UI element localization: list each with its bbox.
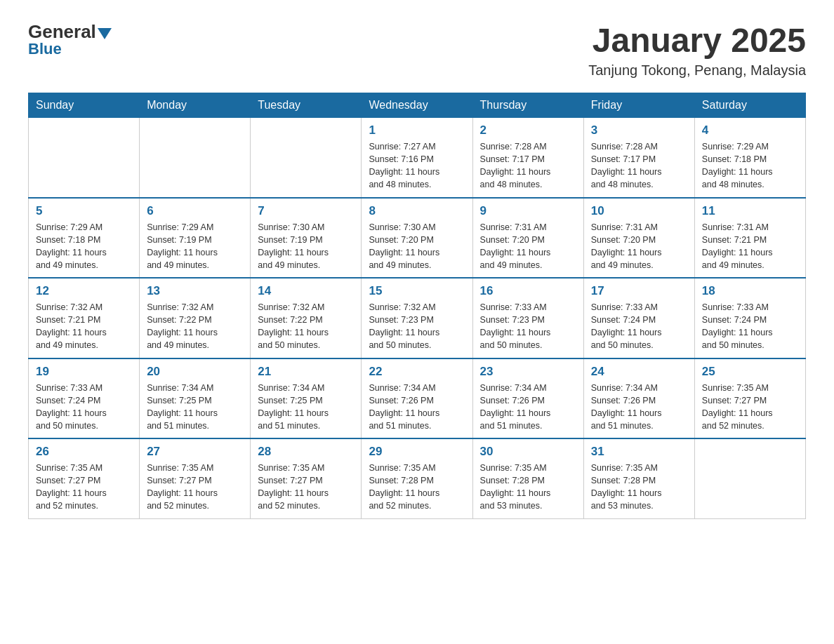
calendar-cell [251, 118, 362, 198]
calendar-cell: 9Sunrise: 7:31 AMSunset: 7:20 PMDaylight… [472, 198, 583, 279]
calendar-cell: 1Sunrise: 7:27 AMSunset: 7:16 PMDaylight… [362, 118, 472, 198]
day-info: Sunrise: 7:31 AMSunset: 7:20 PMDaylight:… [480, 221, 576, 272]
calendar-week-2: 5Sunrise: 7:29 AMSunset: 7:18 PMDaylight… [29, 198, 806, 279]
weekday-header-friday: Friday [583, 93, 694, 118]
day-info: Sunrise: 7:33 AMSunset: 7:24 PMDaylight:… [702, 301, 798, 352]
day-info: Sunrise: 7:33 AMSunset: 7:23 PMDaylight:… [480, 301, 576, 352]
day-info: Sunrise: 7:29 AMSunset: 7:18 PMDaylight:… [36, 221, 132, 272]
calendar-cell: 15Sunrise: 7:32 AMSunset: 7:23 PMDayligh… [362, 278, 472, 358]
weekday-header-row: SundayMondayTuesdayWednesdayThursdayFrid… [29, 93, 806, 118]
calendar-cell: 2Sunrise: 7:28 AMSunset: 7:17 PMDaylight… [472, 118, 583, 198]
calendar-cell: 21Sunrise: 7:34 AMSunset: 7:25 PMDayligh… [251, 358, 362, 439]
day-number: 9 [480, 204, 576, 218]
weekday-header-wednesday: Wednesday [362, 93, 472, 118]
calendar-cell: 5Sunrise: 7:29 AMSunset: 7:18 PMDaylight… [29, 198, 140, 279]
day-number: 15 [369, 284, 465, 298]
calendar-cell: 31Sunrise: 7:35 AMSunset: 7:28 PMDayligh… [583, 438, 694, 518]
calendar-cell: 27Sunrise: 7:35 AMSunset: 7:27 PMDayligh… [140, 438, 251, 518]
calendar-cell: 17Sunrise: 7:33 AMSunset: 7:24 PMDayligh… [583, 278, 694, 358]
day-number: 16 [480, 284, 576, 298]
day-info: Sunrise: 7:35 AMSunset: 7:28 PMDaylight:… [369, 462, 465, 513]
day-info: Sunrise: 7:32 AMSunset: 7:21 PMDaylight:… [36, 301, 132, 352]
day-info: Sunrise: 7:32 AMSunset: 7:22 PMDaylight:… [147, 301, 243, 352]
title-section: January 2025 Tanjung Tokong, Penang, Mal… [588, 21, 806, 79]
day-info: Sunrise: 7:34 AMSunset: 7:26 PMDaylight:… [369, 382, 465, 433]
day-number: 5 [36, 204, 132, 218]
day-number: 12 [36, 284, 132, 298]
day-number: 18 [702, 284, 798, 298]
day-number: 20 [147, 365, 243, 379]
day-info: Sunrise: 7:27 AMSunset: 7:16 PMDaylight:… [369, 140, 465, 192]
day-number: 21 [258, 365, 354, 379]
calendar-header: SundayMondayTuesdayWednesdayThursdayFrid… [29, 93, 806, 118]
weekday-header-saturday: Saturday [694, 93, 805, 118]
logo-arrow-icon [98, 28, 112, 39]
calendar-cell [140, 118, 251, 198]
day-info: Sunrise: 7:35 AMSunset: 7:27 PMDaylight:… [258, 462, 354, 513]
calendar-cell: 3Sunrise: 7:28 AMSunset: 7:17 PMDaylight… [583, 118, 694, 198]
calendar-week-1: 1Sunrise: 7:27 AMSunset: 7:16 PMDaylight… [29, 118, 806, 198]
day-info: Sunrise: 7:33 AMSunset: 7:24 PMDaylight:… [36, 382, 132, 433]
day-info: Sunrise: 7:35 AMSunset: 7:27 PMDaylight:… [702, 382, 798, 433]
calendar-table: SundayMondayTuesdayWednesdayThursdayFrid… [28, 93, 806, 519]
day-info: Sunrise: 7:32 AMSunset: 7:22 PMDaylight:… [258, 301, 354, 352]
location: Tanjung Tokong, Penang, Malaysia [588, 62, 806, 79]
calendar-cell: 20Sunrise: 7:34 AMSunset: 7:25 PMDayligh… [140, 358, 251, 439]
day-number: 11 [702, 204, 798, 218]
day-number: 24 [591, 365, 687, 379]
calendar-cell: 8Sunrise: 7:30 AMSunset: 7:20 PMDaylight… [362, 198, 472, 279]
day-number: 7 [258, 204, 354, 218]
day-info: Sunrise: 7:34 AMSunset: 7:26 PMDaylight:… [480, 382, 576, 433]
calendar-cell: 12Sunrise: 7:32 AMSunset: 7:21 PMDayligh… [29, 278, 140, 358]
day-info: Sunrise: 7:34 AMSunset: 7:26 PMDaylight:… [591, 382, 687, 433]
logo-blue: Blue [28, 40, 62, 58]
day-number: 1 [369, 123, 465, 137]
day-info: Sunrise: 7:29 AMSunset: 7:18 PMDaylight:… [702, 140, 798, 192]
logo: General Blue [28, 21, 112, 58]
day-number: 27 [147, 445, 243, 459]
calendar-cell: 16Sunrise: 7:33 AMSunset: 7:23 PMDayligh… [472, 278, 583, 358]
day-info: Sunrise: 7:35 AMSunset: 7:27 PMDaylight:… [36, 462, 132, 513]
day-number: 8 [369, 204, 465, 218]
day-number: 6 [147, 204, 243, 218]
day-info: Sunrise: 7:29 AMSunset: 7:19 PMDaylight:… [147, 221, 243, 272]
day-number: 10 [591, 204, 687, 218]
weekday-header-tuesday: Tuesday [251, 93, 362, 118]
day-number: 23 [480, 365, 576, 379]
day-info: Sunrise: 7:30 AMSunset: 7:20 PMDaylight:… [369, 221, 465, 272]
day-number: 17 [591, 284, 687, 298]
day-number: 13 [147, 284, 243, 298]
calendar-cell: 18Sunrise: 7:33 AMSunset: 7:24 PMDayligh… [694, 278, 805, 358]
calendar-week-5: 26Sunrise: 7:35 AMSunset: 7:27 PMDayligh… [29, 438, 806, 518]
day-info: Sunrise: 7:30 AMSunset: 7:19 PMDaylight:… [258, 221, 354, 272]
day-info: Sunrise: 7:34 AMSunset: 7:25 PMDaylight:… [147, 382, 243, 433]
calendar-cell [29, 118, 140, 198]
day-info: Sunrise: 7:31 AMSunset: 7:21 PMDaylight:… [702, 221, 798, 272]
day-info: Sunrise: 7:33 AMSunset: 7:24 PMDaylight:… [591, 301, 687, 352]
day-number: 26 [36, 445, 132, 459]
weekday-header-sunday: Sunday [29, 93, 140, 118]
weekday-header-monday: Monday [140, 93, 251, 118]
calendar-week-4: 19Sunrise: 7:33 AMSunset: 7:24 PMDayligh… [29, 358, 806, 439]
calendar-cell: 6Sunrise: 7:29 AMSunset: 7:19 PMDaylight… [140, 198, 251, 279]
day-number: 28 [258, 445, 354, 459]
calendar-cell: 19Sunrise: 7:33 AMSunset: 7:24 PMDayligh… [29, 358, 140, 439]
day-info: Sunrise: 7:31 AMSunset: 7:20 PMDaylight:… [591, 221, 687, 272]
calendar-cell: 29Sunrise: 7:35 AMSunset: 7:28 PMDayligh… [362, 438, 472, 518]
day-info: Sunrise: 7:35 AMSunset: 7:27 PMDaylight:… [147, 462, 243, 513]
page-header: General Blue January 2025 Tanjung Tokong… [28, 21, 806, 79]
calendar-cell: 4Sunrise: 7:29 AMSunset: 7:18 PMDaylight… [694, 118, 805, 198]
day-number: 14 [258, 284, 354, 298]
day-info: Sunrise: 7:34 AMSunset: 7:25 PMDaylight:… [258, 382, 354, 433]
day-number: 2 [480, 123, 576, 137]
day-number: 4 [702, 123, 798, 137]
calendar-cell: 30Sunrise: 7:35 AMSunset: 7:28 PMDayligh… [472, 438, 583, 518]
weekday-header-thursday: Thursday [472, 93, 583, 118]
calendar-cell: 11Sunrise: 7:31 AMSunset: 7:21 PMDayligh… [694, 198, 805, 279]
month-title: January 2025 [588, 21, 806, 60]
day-info: Sunrise: 7:28 AMSunset: 7:17 PMDaylight:… [591, 140, 687, 192]
calendar-cell: 23Sunrise: 7:34 AMSunset: 7:26 PMDayligh… [472, 358, 583, 439]
calendar-cell: 22Sunrise: 7:34 AMSunset: 7:26 PMDayligh… [362, 358, 472, 439]
day-info: Sunrise: 7:32 AMSunset: 7:23 PMDaylight:… [369, 301, 465, 352]
day-info: Sunrise: 7:35 AMSunset: 7:28 PMDaylight:… [591, 462, 687, 513]
